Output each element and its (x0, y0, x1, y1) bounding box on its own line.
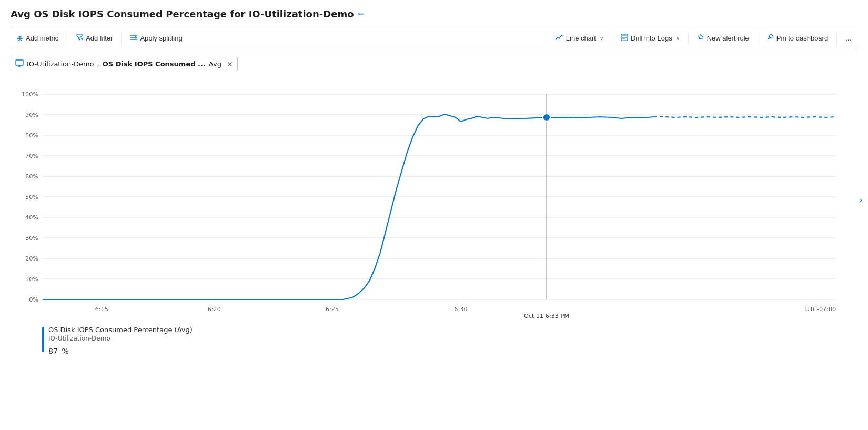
add-metric-icon: ⊕ (17, 34, 23, 43)
svg-text:100%: 100% (22, 91, 38, 98)
line-chart-chevron: ∨ (600, 35, 603, 41)
toolbar-separator-6 (836, 32, 837, 45)
metric-name: OS Disk IOPS Consumed ... (103, 60, 206, 68)
svg-text:30%: 30% (25, 235, 38, 242)
toolbar-right: Line chart ∨ Drill into Logs ∨ (549, 31, 857, 46)
add-filter-icon (76, 34, 83, 43)
svg-text:6:20: 6:20 (208, 306, 221, 313)
toolbar-separator-4 (688, 32, 689, 45)
line-chart-button[interactable]: Line chart ∨ (549, 31, 610, 46)
toolbar-separator-3 (612, 32, 612, 45)
drill-logs-icon (621, 34, 628, 43)
legend-value: 87 % (48, 343, 193, 356)
edit-icon[interactable]: ✏ (358, 10, 365, 18)
svg-text:0%: 0% (29, 296, 38, 303)
metric-tag: IO-Utilization-Demo, OS Disk IOPS Consum… (11, 57, 238, 71)
apply-splitting-icon (130, 34, 137, 43)
svg-text:Oct 11 6:33 PM: Oct 11 6:33 PM (524, 313, 569, 319)
apply-splitting-button[interactable]: Apply splitting (124, 31, 188, 46)
page-container: Avg OS Disk IOPS Consumed Percentage for… (0, 0, 868, 430)
add-filter-label: Add filter (86, 34, 113, 42)
more-label: ... (845, 34, 851, 42)
new-alert-label: New alert rule (707, 34, 749, 42)
page-title: Avg OS Disk IOPS Consumed Percentage for… (11, 8, 354, 19)
pin-dashboard-label: Pin to dashboard (776, 34, 828, 42)
pin-dashboard-button[interactable]: Pin to dashboard (760, 31, 834, 46)
svg-text:40%: 40% (25, 214, 38, 221)
chart-svg: 100% 90% 80% 70% 60% 50% 40% 30% 20% 10%… (11, 78, 857, 321)
add-metric-button[interactable]: ⊕ Add metric (11, 31, 65, 46)
metric-vm-name: IO-Utilization-Demo (27, 60, 94, 68)
legend-title: OS Disk IOPS Consumed Percentage (Avg) (48, 326, 193, 334)
legend-color-bar (42, 327, 44, 352)
new-alert-icon (697, 34, 704, 43)
pin-dashboard-icon (766, 34, 774, 43)
svg-text:6:25: 6:25 (326, 306, 339, 313)
svg-point-38 (543, 114, 550, 121)
vm-icon (15, 59, 24, 68)
svg-text:6:15: 6:15 (95, 306, 108, 313)
svg-text:UTC-07:00: UTC-07:00 (805, 306, 836, 313)
svg-text:90%: 90% (25, 112, 38, 118)
toolbar-separator-2 (121, 32, 122, 45)
metric-tag-close-button[interactable]: ✕ (227, 60, 233, 68)
metric-aggregation: Avg (209, 60, 221, 68)
legend-value-unit: % (62, 347, 69, 355)
svg-text:6:30: 6:30 (454, 306, 467, 313)
legend-value-number: 87 (48, 347, 58, 355)
drill-logs-label: Drill into Logs (631, 34, 672, 42)
line-chart-icon (555, 34, 563, 43)
drill-logs-button[interactable]: Drill into Logs ∨ (614, 31, 686, 46)
legend-subtitle: IO-Utilization-Demo (48, 335, 193, 342)
title-row: Avg OS Disk IOPS Consumed Percentage for… (11, 8, 857, 19)
toolbar-separator-1 (67, 32, 67, 45)
legend-text-block: OS Disk IOPS Consumed Percentage (Avg) I… (48, 326, 193, 356)
chart-area: 100% 90% 80% 70% 60% 50% 40% 30% 20% 10%… (11, 78, 857, 321)
new-alert-button[interactable]: New alert rule (691, 31, 755, 46)
legend-area: OS Disk IOPS Consumed Percentage (Avg) I… (11, 326, 857, 356)
scroll-right-arrow[interactable]: › (859, 194, 863, 205)
svg-text:10%: 10% (25, 276, 38, 283)
toolbar: ⊕ Add metric Add filter Apply spl (11, 27, 857, 49)
more-button[interactable]: ... (839, 31, 857, 45)
line-chart-label: Line chart (566, 34, 596, 42)
svg-rect-6 (16, 60, 23, 65)
svg-text:50%: 50% (25, 194, 38, 201)
apply-splitting-label: Apply splitting (140, 34, 182, 42)
add-filter-button[interactable]: Add filter (69, 31, 119, 46)
toolbar-separator-5 (758, 32, 758, 45)
svg-text:80%: 80% (25, 132, 38, 139)
svg-text:60%: 60% (25, 173, 38, 180)
svg-text:20%: 20% (25, 255, 38, 262)
svg-text:70%: 70% (25, 153, 38, 159)
add-metric-label: Add metric (26, 34, 58, 42)
drill-logs-chevron: ∨ (676, 35, 680, 41)
